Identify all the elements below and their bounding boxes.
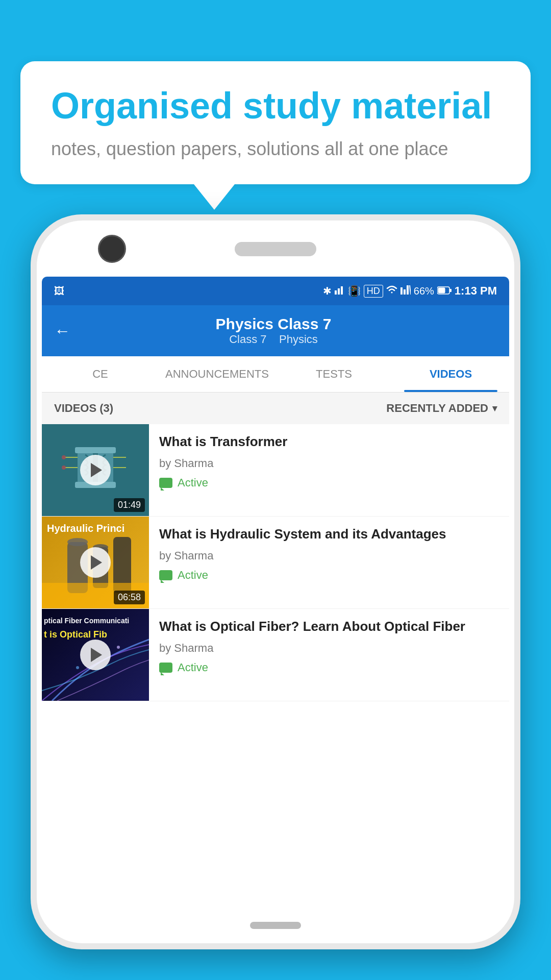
status-icon: 🖼 bbox=[54, 285, 64, 297]
play-button-2[interactable] bbox=[80, 547, 111, 578]
video-title-2: What is Hydraulic System and its Advanta… bbox=[159, 526, 499, 543]
status-bar-right: ✱ 📳 HD 66% 1:13 PM bbox=[323, 284, 497, 298]
video-author-1: by Sharma bbox=[159, 457, 499, 470]
svg-rect-9 bbox=[438, 287, 445, 293]
svg-rect-12 bbox=[75, 447, 116, 453]
header-subject: Physics bbox=[279, 333, 318, 346]
svg-rect-0 bbox=[335, 290, 337, 295]
signal-icon bbox=[335, 285, 345, 297]
videos-count: VIDEOS (3) bbox=[54, 402, 113, 415]
phone-home-button bbox=[250, 922, 301, 929]
svg-point-31 bbox=[76, 666, 79, 669]
videos-header: VIDEOS (3) RECENTLY ADDED ▾ bbox=[42, 393, 509, 424]
network-icon bbox=[400, 285, 411, 297]
svg-point-23 bbox=[67, 538, 88, 546]
svg-point-30 bbox=[117, 646, 120, 649]
svg-text:t is Optical Fib: t is Optical Fib bbox=[44, 629, 107, 640]
tab-videos[interactable]: VIDEOS bbox=[392, 356, 509, 392]
video-author-2: by Sharma bbox=[159, 549, 499, 562]
video-status-2: Active bbox=[159, 569, 499, 582]
video-duration-1: 01:49 bbox=[114, 498, 145, 512]
phone-screen: 🖼 ✱ 📳 HD 66% bbox=[42, 277, 509, 913]
svg-point-18 bbox=[62, 455, 66, 459]
video-thumbnail-2: Hydraulic Princi 06:58 bbox=[42, 517, 149, 608]
chevron-down-icon: ▾ bbox=[492, 403, 497, 414]
svg-text:ptical Fiber Communicati: ptical Fiber Communicati bbox=[44, 617, 129, 625]
svg-line-6 bbox=[410, 285, 411, 295]
chat-icon-3 bbox=[159, 663, 172, 673]
app-header: ← Physics Class 7 Class 7 Physics bbox=[42, 305, 509, 356]
wifi-icon bbox=[386, 285, 397, 297]
svg-rect-2 bbox=[341, 286, 343, 295]
tab-tests[interactable]: TESTS bbox=[276, 356, 392, 392]
svg-rect-8 bbox=[449, 289, 452, 292]
back-button[interactable]: ← bbox=[54, 322, 70, 340]
status-bar-left: 🖼 bbox=[54, 285, 64, 297]
tab-announcements[interactable]: ANNOUNCEMENTS bbox=[159, 356, 276, 392]
time-display: 1:13 PM bbox=[455, 284, 497, 298]
list-item[interactable]: 01:49 What is Transformer by Sharma Acti… bbox=[42, 424, 509, 517]
video-status-3: Active bbox=[159, 661, 499, 674]
battery-icon bbox=[437, 285, 452, 297]
svg-point-19 bbox=[62, 465, 66, 470]
video-thumbnail-1: 01:49 bbox=[42, 424, 149, 516]
speech-bubble-section: Organised study material notes, question… bbox=[20, 61, 531, 210]
active-label-1: Active bbox=[178, 476, 208, 489]
bubble-tail bbox=[194, 184, 235, 210]
phone-speaker bbox=[235, 242, 316, 256]
hd-badge: HD bbox=[364, 285, 383, 298]
svg-rect-5 bbox=[407, 285, 409, 295]
speech-bubble: Organised study material notes, question… bbox=[20, 61, 531, 184]
video-title-3: What is Optical Fiber? Learn About Optic… bbox=[159, 618, 499, 635]
header-class: Class 7 bbox=[229, 333, 266, 346]
bluetooth-icon: ✱ bbox=[323, 285, 332, 297]
tab-ce[interactable]: CE bbox=[42, 356, 159, 392]
video-info-1: What is Transformer by Sharma Active bbox=[149, 424, 509, 499]
active-label-3: Active bbox=[178, 661, 208, 674]
svg-rect-3 bbox=[400, 287, 403, 295]
header-titles: Physics Class 7 Class 7 Physics bbox=[83, 315, 464, 346]
tabs-bar: CE ANNOUNCEMENTS TESTS VIDEOS bbox=[42, 356, 509, 393]
play-icon bbox=[91, 463, 102, 477]
svg-rect-4 bbox=[404, 289, 406, 295]
list-item[interactable]: Hydraulic Princi 06:58 What is Hydraulic… bbox=[42, 517, 509, 609]
play-icon bbox=[91, 648, 102, 662]
bubble-subtext: notes, question papers, solutions all at… bbox=[51, 138, 500, 160]
list-item[interactable]: ptical Fiber Communicati t is Optical Fi… bbox=[42, 609, 509, 701]
bubble-heading: Organised study material bbox=[51, 86, 500, 126]
video-title-1: What is Transformer bbox=[159, 433, 499, 451]
svg-rect-1 bbox=[338, 288, 340, 295]
phone-camera bbox=[98, 235, 126, 263]
phone-mockup: 🖼 ✱ 📳 HD 66% bbox=[31, 214, 520, 949]
video-duration-2: 06:58 bbox=[114, 591, 145, 604]
chat-icon-2 bbox=[159, 570, 172, 580]
video-status-1: Active bbox=[159, 476, 499, 489]
video-list: 01:49 What is Transformer by Sharma Acti… bbox=[42, 424, 509, 701]
play-icon bbox=[91, 555, 102, 570]
video-info-2: What is Hydraulic System and its Advanta… bbox=[149, 517, 509, 591]
video-thumbnail-3: ptical Fiber Communicati t is Optical Fi… bbox=[42, 609, 149, 701]
play-button-1[interactable] bbox=[80, 455, 111, 485]
chat-icon-1 bbox=[159, 478, 172, 488]
video-info-3: What is Optical Fiber? Learn About Optic… bbox=[149, 609, 509, 683]
active-label-2: Active bbox=[178, 569, 208, 582]
sort-label: RECENTLY ADDED bbox=[386, 402, 488, 415]
header-subtitle: Class 7 Physics bbox=[83, 333, 464, 346]
header-title: Physics Class 7 bbox=[83, 315, 464, 333]
vibrate-icon: 📳 bbox=[348, 285, 361, 297]
phone-inner: 🖼 ✱ 📳 HD 66% bbox=[37, 220, 514, 943]
svg-text:Hydraulic Princi: Hydraulic Princi bbox=[47, 523, 124, 534]
play-button-3[interactable] bbox=[80, 640, 111, 670]
status-bar: 🖼 ✱ 📳 HD 66% bbox=[42, 277, 509, 305]
battery-percent: 66% bbox=[414, 285, 434, 297]
video-author-3: by Sharma bbox=[159, 642, 499, 655]
sort-button[interactable]: RECENTLY ADDED ▾ bbox=[386, 402, 497, 415]
